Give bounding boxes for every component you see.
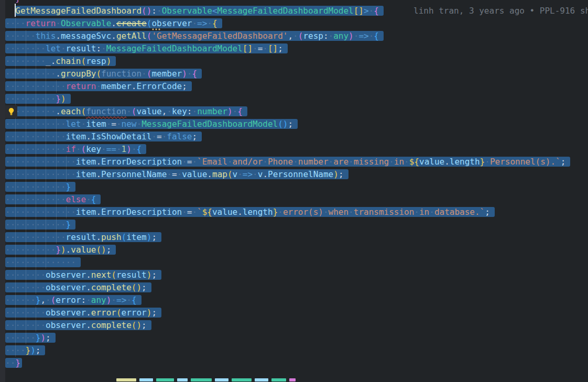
code-line[interactable]: ······},·(error:·any)·=>·{	[0, 294, 588, 307]
code-line[interactable]: ······});	[0, 332, 588, 344]
code-line[interactable]: ············else·{	[0, 193, 588, 206]
code-line[interactable]: ········let·result:·MessageFailedDashboa…	[0, 42, 588, 55]
code-line[interactable]: ············if·(key·==·1)·{	[0, 143, 588, 156]
clipped-code-fragment	[116, 378, 136, 381]
code-line[interactable]: ············return·member.ErrorCode;	[0, 80, 588, 93]
git-blame-annotation: linh tran, 3 years ago • PPL-916 sh	[413, 5, 588, 17]
code-line[interactable]: ······this.messageSvc.getAll('GetMessage…	[0, 30, 588, 42]
clipped-code-fragment	[177, 378, 188, 381]
editor-gutter	[0, 0, 5, 382]
clipped-code-fragment	[232, 378, 252, 381]
code-line[interactable]: ··}	[0, 357, 588, 369]
clipped-code-fragment	[215, 378, 228, 381]
clipped-code-fragment	[271, 378, 286, 381]
code-line[interactable]: ········observer.next(result);	[0, 269, 588, 281]
clipped-code-fragment	[255, 378, 268, 381]
code-line[interactable]: ··········.groupBy(function·(member)·{	[0, 68, 588, 80]
clipped-code-fragment	[289, 378, 296, 381]
code-line[interactable]: ········observer.complete();	[0, 281, 588, 294]
code-line[interactable]: ········observer.error(error);	[0, 307, 588, 319]
code-line[interactable]: ··············item.ErrorDescription·=·`E…	[0, 156, 588, 168]
code-line[interactable]: ····return·Observable.create(observer·=>…	[0, 17, 588, 30]
code-line[interactable]: ··········})	[0, 93, 588, 105]
code-line[interactable]: ············result.push(item);	[0, 231, 588, 244]
code-line[interactable]: ············}	[0, 219, 588, 231]
clipped-code-fragment	[139, 378, 153, 381]
clipped-code-fragment	[156, 378, 174, 381]
code-line[interactable]: ··········.each(function·(value,·key:·nu…	[0, 105, 588, 118]
code-line[interactable]: ········_.chain(resp)	[0, 55, 588, 68]
text-cursor	[15, 4, 16, 17]
code-line[interactable]: ············}	[0, 181, 588, 193]
code-editor[interactable]: } GetMessageFailedDashboard():·Observabl…	[0, 0, 588, 382]
code-line[interactable]: }	[0, 0, 588, 5]
code-lines[interactable]: } GetMessageFailedDashboard():·Observabl…	[0, 0, 588, 382]
lightbulb-icon[interactable]	[7, 107, 15, 116]
code-line[interactable]: ········observer.complete();	[0, 319, 588, 332]
code-line[interactable]: ··············item.ErrorDescription·=·`$…	[0, 206, 588, 219]
code-line[interactable]: ············item.IsShowDetail·=·false;	[0, 130, 588, 143]
code-line[interactable]: ····});	[0, 344, 588, 357]
clipped-bottom-line	[0, 378, 588, 382]
code-line[interactable]: ············let·item·=·new·MessageFailed…	[0, 118, 588, 130]
code-line[interactable]: ··············	[0, 256, 588, 269]
quick-fix-container[interactable]	[5, 105, 17, 118]
code-line[interactable]: ··············item.PersonnelName·=·value…	[0, 168, 588, 181]
code-line[interactable]: ··········}).value();	[0, 244, 588, 256]
clipped-code-fragment	[191, 378, 212, 381]
